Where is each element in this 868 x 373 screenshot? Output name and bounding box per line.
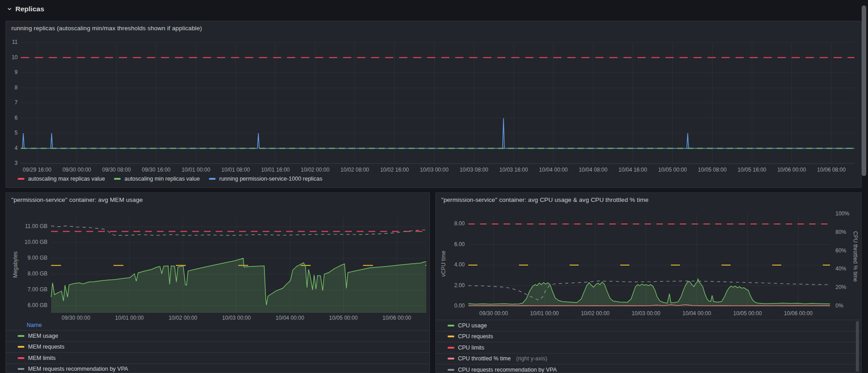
legend-item-autoscaling-max-replicas-value[interactable]: autoscaling max replicas value [18, 176, 105, 182]
x-tick-label: 10/05 00:00 [727, 310, 768, 317]
x-tick-label: 10/01 16:00 [255, 167, 295, 173]
legend-item-mem-requests[interactable]: MEM requests [6, 341, 429, 353]
y-tick-label: 10 [6, 54, 18, 61]
legend-item-mem-requests-recommendation-by-vpa[interactable]: MEM requests recommendation by VPA [6, 364, 429, 373]
y-tick-label: 11 [6, 39, 18, 46]
series-color-dash [114, 178, 121, 180]
legend-item-label: CPU requests recommendation by VPA [458, 367, 557, 373]
legend-item-cpu-limits[interactable]: CPU limits [436, 342, 861, 353]
x-tick-label: 10/01 08:00 [216, 167, 255, 173]
legend-table: NameMEM usageMEM requestsMEM limitsMEM r… [6, 320, 429, 373]
panel-title-cpu-usage[interactable]: "permission-service" container: avg CPU … [441, 196, 649, 203]
x-tick-label: 10/05 00:00 [653, 167, 693, 173]
y-tick-label-right: 80% [835, 229, 846, 236]
legend-item-mem-usage[interactable]: MEM usage [6, 330, 429, 341]
x-tick-label: 10/01 00:00 [524, 310, 565, 317]
series-color-dash [18, 178, 24, 180]
legend-item-label: CPU requests [458, 333, 493, 340]
series-color-dash [18, 357, 24, 359]
y-axis-label-left: vCPU time [440, 248, 447, 280]
legend-item-suffix: (right y-axis) [516, 355, 547, 362]
x-tick-label: 09/30 08:00 [97, 167, 137, 173]
y-tick-label-right: 20% [835, 284, 846, 291]
legend-item-label: MEM usage [28, 333, 58, 339]
panel-cpu-usage: "permission-service" container: avg CPU … [435, 192, 862, 373]
x-tick-label: 10/04 16:00 [613, 167, 653, 173]
legend-item-cpu-requests[interactable]: CPU requests [436, 331, 861, 342]
section-title: Replicas [15, 5, 44, 13]
y-tick-label: 11.00 GB [15, 223, 47, 230]
legend-item-label: MEM requests recommendation by VPA [28, 366, 128, 372]
panel-title-mem-usage[interactable]: "permission-service" container: avg MEM … [11, 196, 143, 203]
legend-scrollbar[interactable] [856, 321, 859, 372]
legend-table: CPU usageCPU requestsCPU limitsCPU throt… [436, 320, 861, 373]
y-tick-label-left: 2.00 [447, 282, 465, 289]
section-replicas-toggle[interactable]: Replicas [6, 4, 44, 14]
legend-item-label: MEM limits [28, 355, 56, 361]
x-tick-label: 10/04 00:00 [676, 310, 717, 317]
y-tick-label: 5 [6, 130, 18, 136]
y-tick-label: 8 [6, 84, 18, 91]
x-tick-label: 09/29 16:00 [17, 167, 57, 173]
legend: autoscaling max replicas valueautoscalin… [18, 176, 322, 182]
x-tick-label: 10/04 08:00 [573, 167, 613, 173]
x-tick-label: 10/01 00:00 [176, 167, 216, 173]
series-color-dash [448, 325, 454, 326]
chart-svg [6, 21, 861, 187]
y-tick-label-right: 100% [835, 210, 849, 217]
x-tick-label: 10/02 08:00 [335, 167, 375, 173]
x-tick-label: 10/06 08:00 [811, 167, 851, 173]
legend-item-cpu-usage[interactable]: CPU usage [436, 320, 861, 331]
legend-item-label: autoscaling min replicas value [124, 176, 200, 182]
x-tick-label: 10/02 16:00 [375, 167, 415, 173]
series-color-dash [448, 369, 454, 371]
y-tick-label-left: 0.00 [447, 303, 465, 309]
x-tick-label: 09/30 00:00 [57, 167, 97, 173]
x-tick-label: 10/04 00:00 [533, 167, 573, 173]
y-tick-label-right: 60% [835, 247, 846, 254]
y-tick-label-right: 40% [835, 266, 846, 272]
legend-item-cpu-requests-recommendation-by-vpa[interactable]: CPU requests recommendation by VPA [436, 364, 861, 373]
y-tick-label: 9.00 GB [15, 255, 47, 261]
y-tick-label: 8.00 GB [15, 270, 47, 277]
x-tick-label: 10/05 16:00 [732, 167, 772, 173]
series-color-dash [448, 358, 454, 359]
legend-item-label: CPU usage [458, 322, 487, 329]
panel-running-replicas: running replicas (autoscaling min/max th… [5, 21, 862, 188]
x-tick-label: 10/03 00:00 [415, 167, 454, 173]
series-color-dash [18, 368, 24, 370]
legend-item-label: autoscaling max replicas value [28, 176, 105, 182]
y-tick-label: 6.00 GB [15, 302, 47, 309]
y-tick-label-left: 8.00 [447, 220, 465, 227]
x-tick-label: 10/03 08:00 [454, 167, 494, 173]
y-tick-label: 9 [6, 69, 18, 76]
y-tick-label: 3 [6, 160, 18, 167]
chevron-down-icon [6, 6, 13, 12]
x-tick-label: 10/02 00:00 [575, 310, 616, 317]
y-tick-label-left: 4.00 [447, 261, 465, 268]
y-tick-label-left: 6.00 [447, 241, 465, 248]
x-tick-label: 10/06 00:00 [772, 167, 811, 173]
x-tick-label: 09/30 16:00 [137, 167, 176, 173]
legend-item-autoscaling-min-replicas-value[interactable]: autoscaling min replicas value [114, 176, 200, 182]
legend-item-label: CPU limits [458, 345, 484, 351]
series-color-dash [448, 336, 454, 337]
legend-item-mem-limits[interactable]: MEM limits [6, 352, 429, 364]
legend-item-cpu-throttled-time[interactable]: CPU throttled % time(right y-axis) [436, 353, 861, 364]
legend-item-label: running permission-service-1000 replicas [219, 176, 322, 182]
y-tick-label: 10.00 GB [15, 239, 47, 246]
legend-header-name[interactable]: Name [6, 320, 429, 330]
y-tick-label: 6 [6, 115, 18, 121]
y-tick-label: 7 [6, 99, 18, 106]
x-tick-label: 09/30 00:00 [473, 310, 514, 317]
y-axis-label-right: CPU throttled % time [852, 231, 859, 282]
panel-title-running-replicas[interactable]: running replicas (autoscaling min/max th… [11, 25, 202, 32]
series-color-dash [448, 347, 454, 349]
x-tick-label: 10/02 00:00 [295, 167, 335, 173]
page-scrollbar[interactable] [862, 5, 866, 176]
y-tick-label: 4 [6, 145, 18, 152]
x-tick-label: 10/03 00:00 [626, 310, 666, 317]
series-color-dash [18, 346, 24, 348]
x-tick-label: 10/05 08:00 [692, 167, 732, 173]
legend-item-running-permission-service-1000-replicas[interactable]: running permission-service-1000 replicas [209, 176, 322, 182]
